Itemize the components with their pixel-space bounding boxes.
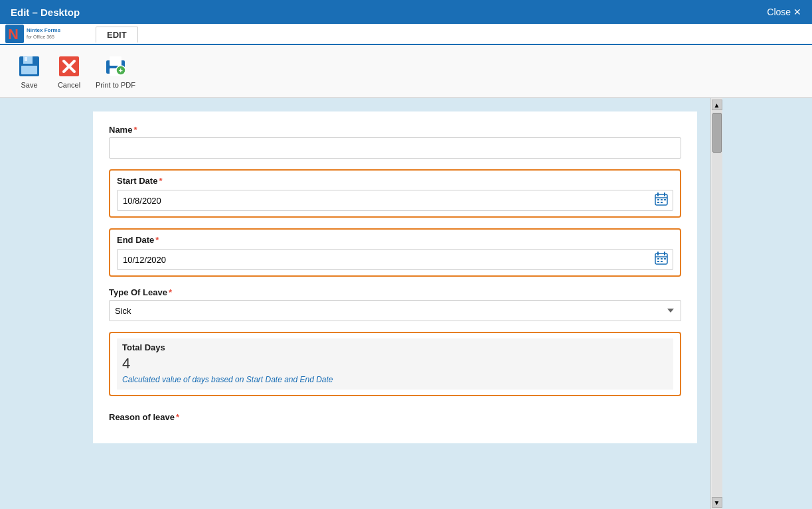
reason-of-leave-partial: Reason of leave* bbox=[109, 407, 681, 422]
end-date-input[interactable] bbox=[117, 249, 673, 270]
ribbon-content: Save Cancel bbox=[0, 45, 812, 98]
reason-required-star: * bbox=[176, 412, 179, 422]
svg-rect-6 bbox=[25, 57, 27, 61]
svg-rect-31 bbox=[664, 258, 666, 259]
svg-rect-30 bbox=[661, 258, 663, 259]
nintex-logo: N Nintex Forms for Office 365 bbox=[5, 25, 85, 43]
total-days-value: 4 bbox=[122, 355, 668, 372]
title-bar-title: Edit – Desktop bbox=[11, 7, 80, 18]
end-date-required-star: * bbox=[155, 235, 159, 245]
print-to-pdf-label: Print to PDF bbox=[96, 81, 135, 89]
svg-rect-12 bbox=[110, 56, 122, 66]
print-to-pdf-button[interactable]: + Print to PDF bbox=[90, 50, 141, 92]
total-days-field-group: Total Days 4 Calculated value of days ba… bbox=[109, 332, 681, 396]
save-label: Save bbox=[21, 81, 37, 89]
end-date-calendar-icon[interactable] bbox=[655, 252, 668, 267]
total-days-inner: Total Days 4 Calculated value of days ba… bbox=[117, 338, 673, 390]
end-date-input-wrapper bbox=[117, 249, 673, 270]
svg-text:for Office 365: for Office 365 bbox=[27, 35, 54, 39]
total-days-note: Calculated value of days based on Start … bbox=[122, 375, 668, 390]
start-date-label: Start Date* bbox=[117, 176, 673, 186]
main-window: N Nintex Forms for Office 365 EDIT bbox=[0, 24, 812, 509]
total-days-label: Total Days bbox=[122, 342, 668, 352]
scrollbar-track bbox=[712, 110, 722, 497]
svg-rect-21 bbox=[661, 199, 663, 200]
title-bar: Edit – Desktop Close ✕ bbox=[0, 0, 812, 24]
form-container: Name* Start Date* bbox=[93, 111, 697, 443]
svg-rect-20 bbox=[657, 199, 659, 200]
save-button[interactable]: Save bbox=[11, 50, 48, 92]
end-date-field-group: End Date* bbox=[109, 228, 681, 277]
name-required-star: * bbox=[133, 125, 137, 135]
nintex-logo-svg: N Nintex Forms for Office 365 bbox=[5, 25, 85, 43]
svg-rect-32 bbox=[657, 261, 659, 262]
start-date-calendar-icon[interactable] bbox=[655, 192, 668, 208]
edit-tab[interactable]: EDIT bbox=[96, 27, 138, 42]
svg-text:N: N bbox=[8, 26, 19, 42]
type-of-leave-select-wrapper: Sick Vacation Personal Other bbox=[109, 300, 681, 321]
scrollbar-thumb[interactable] bbox=[712, 113, 722, 153]
name-input[interactable] bbox=[109, 137, 681, 159]
save-icon bbox=[16, 53, 42, 80]
name-field-group: Name* bbox=[109, 125, 681, 159]
cancel-label: Cancel bbox=[58, 81, 80, 89]
ribbon-bar: N Nintex Forms for Office 365 EDIT bbox=[0, 24, 812, 98]
svg-rect-22 bbox=[664, 199, 666, 200]
ribbon-header: N Nintex Forms for Office 365 EDIT bbox=[0, 24, 812, 45]
svg-text:+: + bbox=[118, 66, 122, 74]
cancel-icon bbox=[56, 53, 82, 80]
start-date-input[interactable] bbox=[117, 190, 673, 211]
content-area: Name* Start Date* bbox=[0, 98, 812, 509]
left-panel bbox=[0, 98, 93, 509]
end-date-label: End Date* bbox=[117, 235, 673, 245]
svg-rect-29 bbox=[657, 258, 659, 259]
svg-rect-24 bbox=[661, 202, 663, 203]
name-label: Name* bbox=[109, 125, 681, 135]
svg-rect-23 bbox=[657, 202, 659, 203]
start-date-input-wrapper bbox=[117, 190, 673, 211]
cancel-button[interactable]: Cancel bbox=[50, 50, 88, 92]
start-date-required-star: * bbox=[159, 176, 162, 186]
scrollbar[interactable]: ▲ ▼ bbox=[710, 98, 722, 509]
svg-text:Nintex Forms: Nintex Forms bbox=[27, 27, 61, 33]
type-of-leave-field-group: Type Of Leave* Sick Vacation Personal Ot… bbox=[109, 287, 681, 321]
scrollbar-up-button[interactable]: ▲ bbox=[712, 100, 722, 110]
start-date-field-group: Start Date* bbox=[109, 169, 681, 218]
right-panel bbox=[722, 98, 812, 509]
form-area: Name* Start Date* bbox=[93, 98, 710, 509]
scrollbar-down-button[interactable]: ▼ bbox=[712, 497, 722, 508]
close-button[interactable]: Close ✕ bbox=[767, 7, 801, 17]
svg-rect-7 bbox=[21, 66, 37, 74]
svg-rect-33 bbox=[661, 261, 663, 262]
type-of-leave-label: Type Of Leave* bbox=[109, 287, 681, 297]
print-to-pdf-icon: + bbox=[102, 53, 129, 80]
type-of-leave-required-star: * bbox=[169, 287, 172, 297]
type-of-leave-select[interactable]: Sick Vacation Personal Other bbox=[109, 300, 681, 321]
